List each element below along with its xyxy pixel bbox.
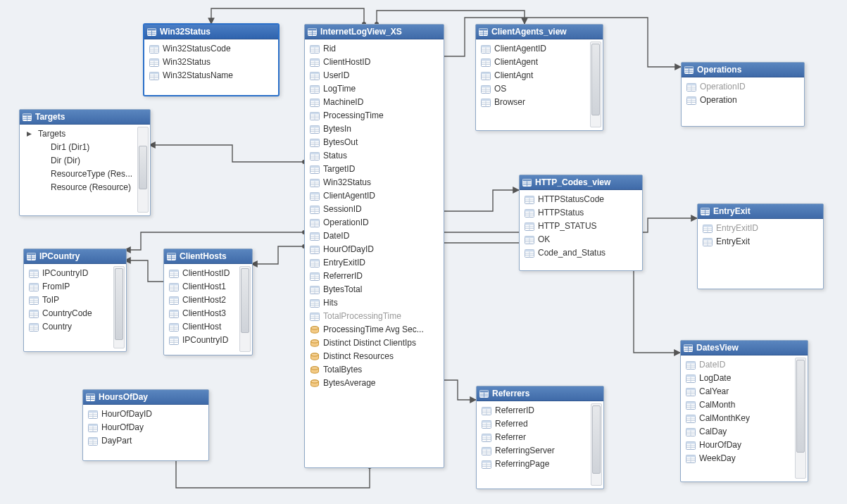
table-clientagents[interactable]: ClientAgents_view ClientAgentIDClientAge… [475, 24, 603, 131]
table-row[interactable]: Distinct Resources [306, 350, 442, 363]
table-row[interactable]: ClientHostID [306, 56, 442, 69]
scrollbar-thumb[interactable] [139, 146, 147, 189]
table-row[interactable]: Win32Status [306, 176, 442, 189]
table-row[interactable]: ClientHost3 [165, 307, 251, 320]
table-row[interactable]: Dir1 (Dir1) [21, 141, 149, 154]
table-row[interactable]: Operation [683, 94, 803, 107]
table-row[interactable]: ClientHost [165, 320, 251, 334]
table-referrers[interactable]: Referrers ReferrerIDReferredReferrerRefe… [476, 386, 604, 489]
table-row[interactable]: Status [306, 149, 442, 163]
table-row[interactable]: Win32StatusName [146, 69, 277, 82]
table-row[interactable]: DayPart [84, 434, 207, 448]
table-row[interactable]: TargetID [306, 163, 442, 176]
scrollbar-thumb[interactable] [115, 268, 123, 340]
table-row[interactable]: ClientHostID [165, 267, 251, 280]
table-clienthosts[interactable]: ClientHosts ClientHostIDClientHost1Clien… [163, 248, 253, 355]
table-row[interactable]: Resource (Resource) [21, 181, 149, 194]
scrollbar[interactable] [113, 266, 125, 348]
table-row[interactable]: DateID [306, 229, 442, 243]
table-win32status[interactable]: Win32Status Win32StatusCodeWin32StatusWi… [144, 24, 279, 96]
table-row[interactable]: DateID [682, 358, 806, 372]
table-row[interactable]: CountryCode [25, 307, 125, 320]
table-row[interactable]: CalMonth [682, 398, 806, 412]
table-row[interactable]: TotalBytes [306, 363, 442, 377]
table-row[interactable]: EntryExitID [699, 222, 822, 235]
table-row[interactable]: LogTime [306, 82, 442, 96]
scrollbar[interactable] [591, 403, 602, 486]
table-row[interactable]: OK [521, 233, 641, 246]
table-header[interactable]: Operations [682, 63, 804, 77]
table-row[interactable]: Targets [21, 127, 149, 141]
table-ipcountry[interactable]: IPCountry IPCountryIDFromIPToIPCountryCo… [23, 248, 127, 352]
table-header[interactable]: IPCountry [24, 249, 126, 264]
table-row[interactable]: ClientHost1 [165, 280, 251, 294]
table-row[interactable]: ProcessingTime [306, 109, 442, 122]
table-row[interactable]: HourOfDay [84, 421, 207, 434]
table-row[interactable]: CalDay [682, 425, 806, 439]
table-row[interactable]: ReferrerID [478, 404, 602, 417]
scrollbar[interactable] [137, 127, 149, 213]
table-row[interactable]: LogDate [682, 372, 806, 385]
table-row[interactable]: ClientAgentID [477, 42, 601, 56]
table-row[interactable]: ClientAgent [477, 56, 601, 69]
scrollbar-thumb[interactable] [592, 405, 601, 474]
table-header[interactable]: Targets [20, 110, 150, 125]
table-internetlog[interactable]: InternetLogView_XS RidClientHostIDUserID… [304, 24, 444, 468]
table-row[interactable]: EntryExit [699, 235, 822, 248]
table-row[interactable]: ClientHost2 [165, 294, 251, 307]
table-operations[interactable]: Operations OperationIDOperation [681, 62, 805, 127]
table-row[interactable]: Country [25, 320, 125, 334]
scrollbar[interactable] [590, 42, 601, 127]
table-row[interactable]: IPCountryID [165, 334, 251, 347]
table-row[interactable]: SessionID [306, 203, 442, 216]
table-header[interactable]: Win32Status [144, 25, 278, 39]
table-row[interactable]: TotalProcessingTime [306, 310, 442, 323]
table-row[interactable]: OS [477, 82, 601, 96]
table-row[interactable]: HourOfDayID [84, 408, 207, 421]
table-hoursofday[interactable]: HoursOfDay HourOfDayIDHourOfDayDayPart [82, 389, 209, 461]
table-entryexit[interactable]: EntryExit EntryExitIDEntryExit [697, 203, 824, 289]
table-row[interactable]: BytesOut [306, 136, 442, 149]
table-row[interactable]: Dir (Dir) [21, 154, 149, 168]
table-row[interactable]: CalMonthKey [682, 412, 806, 425]
scrollbar[interactable] [239, 266, 251, 352]
table-row[interactable]: BytesAverage [306, 377, 442, 390]
table-header[interactable]: EntryExit [698, 204, 823, 219]
table-row[interactable]: Referred [478, 417, 602, 431]
table-row[interactable]: HourOfDayID [306, 243, 442, 256]
table-row[interactable]: ResourceType (Res... [21, 168, 149, 181]
table-row[interactable]: BytesTotal [306, 283, 442, 296]
table-header[interactable]: InternetLogView_XS [305, 25, 444, 39]
table-row[interactable]: ProcessingTime Avg Sec... [306, 323, 442, 336]
table-row[interactable]: ClientAgnt [477, 69, 601, 82]
table-row[interactable]: ReferringPage [478, 458, 602, 471]
table-header[interactable]: HoursOfDay [83, 390, 208, 405]
table-row[interactable]: HTTPStatusCode [521, 193, 641, 206]
scrollbar-thumb[interactable] [796, 360, 805, 453]
scrollbar-thumb[interactable] [591, 44, 600, 115]
table-row[interactable]: IPCountryID [25, 267, 125, 280]
table-header[interactable]: ClientAgents_view [476, 25, 603, 39]
table-header[interactable]: ClientHosts [164, 249, 252, 264]
table-row[interactable]: FromIP [25, 280, 125, 294]
table-row[interactable]: WeekDay [682, 452, 806, 465]
table-row[interactable]: EntryExitID [306, 256, 442, 270]
table-row[interactable]: Code_and_Status [521, 246, 641, 260]
table-row[interactable]: HTTP_STATUS [521, 220, 641, 233]
table-row[interactable]: Hits [306, 296, 442, 310]
table-row[interactable]: Rid [306, 42, 442, 56]
table-row[interactable]: Distinct Distinct ClientIps [306, 336, 442, 350]
table-header[interactable]: DatesView [681, 341, 808, 355]
table-row[interactable]: HourOfDay [682, 439, 806, 452]
table-row[interactable]: ReferrerID [306, 270, 442, 283]
scrollbar[interactable] [795, 358, 806, 479]
table-row[interactable]: OperationID [306, 216, 442, 229]
table-row[interactable]: ClientAgentID [306, 189, 442, 203]
table-targets[interactable]: Targets TargetsDir1 (Dir1)Dir (Dir)Resou… [19, 109, 151, 216]
table-row[interactable]: Referrer [478, 431, 602, 444]
table-row[interactable]: CalYear [682, 385, 806, 398]
table-row[interactable]: ToIP [25, 294, 125, 307]
table-header[interactable]: HTTP_Codes_view [520, 175, 642, 190]
table-httpcodes[interactable]: HTTP_Codes_view HTTPStatusCodeHTTPStatus… [519, 175, 643, 271]
table-datesview[interactable]: DatesView DateIDLogDateCalYearCalMonthCa… [680, 340, 808, 482]
